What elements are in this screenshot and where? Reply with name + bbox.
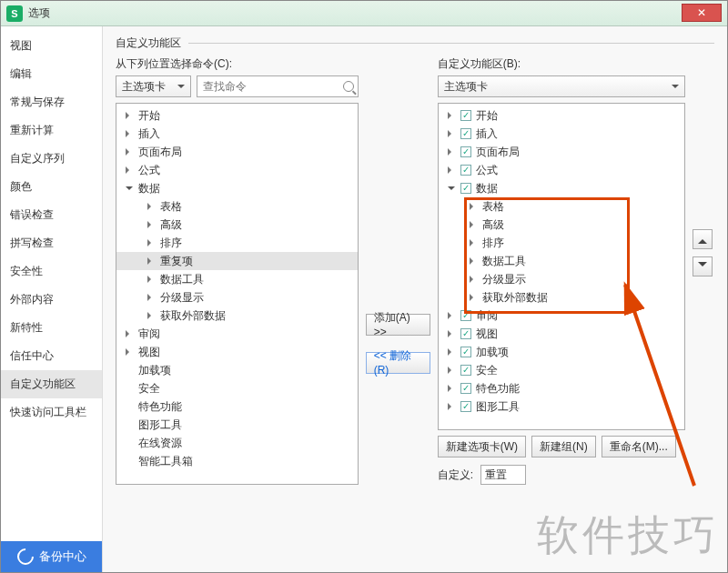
expand-icon[interactable] — [147, 312, 155, 319]
expand-icon[interactable] — [147, 239, 155, 246]
new-tab-button[interactable]: 新建选项卡(W) — [438, 436, 526, 457]
checkbox[interactable] — [460, 347, 471, 357]
expand-icon[interactable] — [126, 112, 133, 119]
tree-node[interactable]: 加载项 — [116, 361, 358, 379]
expand-icon[interactable] — [470, 276, 477, 283]
ribbon-tree[interactable]: 开始插入页面布局公式数据表格高级排序数据工具分级显示获取外部数据审阅视图加载项安… — [438, 103, 686, 430]
rename-button[interactable]: 重命名(M)... — [602, 436, 676, 457]
ribbon-node[interactable]: 页面布局 — [439, 143, 685, 161]
sidebar-item-12[interactable]: 自定义功能区 — [1, 370, 102, 398]
sidebar-item-1[interactable]: 编辑 — [1, 60, 102, 88]
expand-icon[interactable] — [448, 166, 455, 174]
checkbox[interactable] — [460, 383, 471, 394]
ribbon-node[interactable]: 排序 — [439, 234, 685, 252]
checkbox[interactable] — [460, 110, 471, 121]
move-down-button[interactable] — [693, 256, 713, 276]
reset-combo[interactable]: 重置 — [480, 465, 526, 485]
ribbon-node[interactable]: 图形工具 — [439, 397, 685, 416]
expand-icon[interactable] — [147, 294, 155, 301]
commands-tree[interactable]: 开始插入页面布局公式数据表格高级排序重复项数据工具分级显示获取外部数据审阅视图加… — [116, 103, 359, 485]
expand-icon[interactable] — [470, 294, 477, 301]
move-up-button[interactable] — [693, 229, 713, 249]
tree-node[interactable]: 排序 — [116, 234, 358, 252]
ribbon-node[interactable]: 数据 — [439, 179, 685, 197]
ribbon-node[interactable]: 特色功能 — [439, 379, 685, 397]
new-group-button[interactable]: 新建组(N) — [531, 436, 596, 457]
tree-node[interactable]: 智能工具箱 — [116, 452, 358, 470]
tree-node[interactable]: 安全 — [116, 379, 358, 397]
expand-icon[interactable] — [126, 348, 133, 356]
commands-source-combo[interactable]: 主选项卡 — [116, 75, 191, 97]
checkbox[interactable] — [460, 365, 471, 376]
ribbon-node[interactable]: 分级显示 — [439, 270, 685, 288]
expand-icon[interactable] — [126, 166, 133, 174]
checkbox[interactable] — [460, 128, 471, 139]
search-commands[interactable] — [197, 75, 359, 97]
expand-icon[interactable] — [448, 330, 455, 337]
tree-node[interactable]: 表格 — [116, 197, 358, 216]
tree-node[interactable]: 图形工具 — [116, 416, 358, 434]
backup-center-button[interactable]: 备份中心 — [1, 541, 102, 572]
expand-icon[interactable] — [147, 257, 155, 265]
tree-node[interactable]: 重复项 — [116, 252, 358, 270]
sidebar-item-8[interactable]: 安全性 — [1, 257, 102, 286]
ribbon-node[interactable]: 开始 — [439, 106, 685, 125]
tree-node[interactable]: 特色功能 — [116, 397, 358, 416]
expand-icon[interactable] — [470, 239, 477, 246]
expand-icon[interactable] — [448, 403, 455, 410]
ribbon-node[interactable]: 插入 — [439, 125, 685, 143]
ribbon-node[interactable]: 表格 — [439, 197, 685, 216]
expand-icon[interactable] — [470, 257, 477, 265]
tree-node[interactable]: 分级显示 — [116, 288, 358, 307]
remove-button[interactable]: << 删除(R) — [366, 352, 430, 374]
tree-node[interactable]: 公式 — [116, 161, 358, 179]
sidebar-item-2[interactable]: 常规与保存 — [1, 88, 102, 116]
ribbon-node[interactable]: 获取外部数据 — [439, 288, 685, 307]
expand-icon[interactable] — [126, 148, 133, 156]
expand-icon[interactable] — [147, 221, 155, 228]
checkbox[interactable] — [460, 165, 471, 176]
sidebar-item-7[interactable]: 拼写检查 — [1, 229, 102, 257]
expand-icon[interactable] — [448, 312, 455, 319]
expand-icon[interactable] — [448, 112, 455, 119]
sidebar-item-3[interactable]: 重新计算 — [1, 116, 102, 145]
tree-node[interactable]: 审阅 — [116, 325, 358, 343]
checkbox[interactable] — [460, 310, 471, 321]
sidebar-item-10[interactable]: 新特性 — [1, 314, 102, 342]
tree-node[interactable]: 开始 — [116, 106, 358, 125]
search-input[interactable] — [201, 79, 341, 94]
sidebar-item-13[interactable]: 快速访问工具栏 — [1, 398, 102, 427]
checkbox[interactable] — [460, 401, 471, 412]
expand-icon[interactable] — [448, 367, 455, 374]
checkbox[interactable] — [460, 146, 471, 157]
tree-node[interactable]: 插入 — [116, 125, 358, 143]
add-button[interactable]: 添加(A) >> — [366, 314, 430, 336]
ribbon-node[interactable]: 视图 — [439, 325, 685, 343]
ribbon-node[interactable]: 加载项 — [439, 343, 685, 361]
expand-icon[interactable] — [147, 203, 155, 210]
expand-icon[interactable] — [448, 385, 455, 392]
checkbox[interactable] — [460, 328, 471, 339]
sidebar-item-11[interactable]: 信任中心 — [1, 342, 102, 370]
expand-icon[interactable] — [448, 148, 455, 156]
ribbon-node[interactable]: 审阅 — [439, 307, 685, 325]
expand-icon[interactable] — [126, 186, 133, 194]
sidebar-item-4[interactable]: 自定义序列 — [1, 145, 102, 173]
expand-icon[interactable] — [470, 203, 477, 210]
expand-icon[interactable] — [448, 348, 455, 356]
ribbon-target-combo[interactable]: 主选项卡 — [438, 75, 686, 97]
checkbox[interactable] — [460, 183, 471, 194]
close-button[interactable]: ✕ — [682, 4, 722, 22]
ribbon-node[interactable]: 数据工具 — [439, 252, 685, 270]
expand-icon[interactable] — [126, 130, 133, 137]
sidebar-item-0[interactable]: 视图 — [1, 32, 102, 60]
sidebar-item-5[interactable]: 颜色 — [1, 173, 102, 201]
sidebar-item-9[interactable]: 外部内容 — [1, 286, 102, 314]
tree-node[interactable]: 获取外部数据 — [116, 307, 358, 325]
ribbon-node[interactable]: 高级 — [439, 216, 685, 234]
tree-node[interactable]: 视图 — [116, 343, 358, 361]
tree-node[interactable]: 数据工具 — [116, 270, 358, 288]
expand-icon[interactable] — [126, 330, 133, 337]
ribbon-node[interactable]: 安全 — [439, 361, 685, 379]
expand-icon[interactable] — [448, 130, 455, 137]
